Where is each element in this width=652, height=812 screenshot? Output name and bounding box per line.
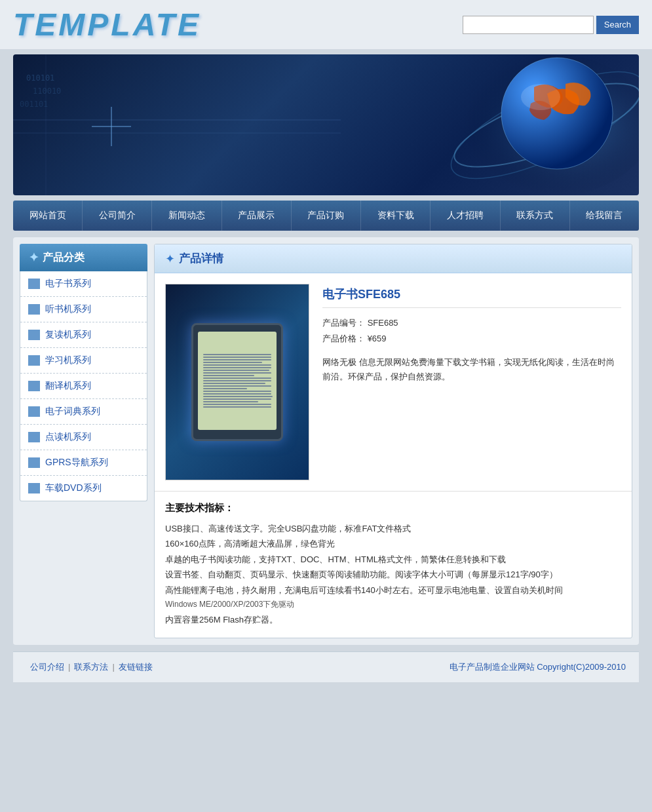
spec-line-2: 卓越的电子书阅读功能，支持TXT、DOC、HTM、HTML格式文件，简繁体任意转… [165, 552, 621, 567]
sidebar-title: ✦ 产品分类 [20, 244, 147, 271]
svg-text:010101: 010101 [26, 73, 54, 83]
footer-link-about[interactable]: 公司介绍 [26, 661, 68, 673]
sidebar-item-repeater[interactable]: 复读机系列 [20, 322, 147, 348]
product-header-icon: ✦ [165, 252, 175, 266]
search-input[interactable] [463, 16, 594, 34]
sidebar-title-icon: ✦ [29, 250, 39, 265]
sidebar-item-learner[interactable]: 学习机系列 [20, 348, 147, 374]
sidebar-item-edictionary[interactable]: 电子词典系列 [20, 399, 147, 425]
product-price-label: 产品价格： [322, 334, 365, 343]
tech-specs-content: USB接口、高速传送文字。完全USB闪盘功能，标准FAT文件格式 160×160… [165, 521, 621, 627]
spec-line-6: 内置容量256M Flash存贮器。 [165, 612, 621, 627]
spec-line-3: 设置书签、自动翻页、页码显示、快速翻页等阅读辅助功能。阅读字体大小可调（每屏显示… [165, 567, 621, 582]
product-info: 电子书SFE685 产品编号： SFE685 产品价格： ¥659 网络无极 信… [322, 284, 621, 480]
tech-specs-title: 主要技术指标： [165, 502, 621, 514]
sidebar-item-label: 点读机系列 [45, 431, 91, 443]
sidebar: ✦ 产品分类 电子书系列 听书机系列 复读机系列 学习机系列 翻译机系列 [20, 244, 147, 638]
footer-copyright: 电子产品制造企业网站 Copyright(C)2009-2010 [450, 661, 626, 673]
nav-item-products[interactable]: 产品展示 [222, 201, 292, 231]
footer-links: 公司介绍 | 联系方法 | 友链链接 [26, 661, 157, 673]
sidebar-item-label: 车载DVD系列 [45, 482, 102, 494]
nav-item-order[interactable]: 产品订购 [292, 201, 361, 231]
sidebar-item-label: 复读机系列 [45, 329, 91, 341]
search-area: Search [463, 16, 639, 34]
header: TEMPLATE Search [0, 0, 652, 49]
banner: 010101 110010 001101 [13, 54, 639, 195]
search-button[interactable]: Search [596, 16, 639, 34]
sidebar-item-label: GPRS导航系列 [45, 457, 108, 469]
product-top-section: 电子书SFE685 产品编号： SFE685 产品价格： ¥659 网络无极 信… [155, 273, 632, 492]
sidebar-list: 电子书系列 听书机系列 复读机系列 学习机系列 翻译机系列 电子词典系列 [20, 271, 147, 501]
banner-lines: 010101 110010 001101 [13, 54, 639, 195]
sidebar-item-reader[interactable]: 点读机系列 [20, 425, 147, 450]
spec-line-5: Windows ME/2000/XP/2003下免驱动 [165, 598, 621, 612]
footer-link-contact[interactable]: 联系方法 [70, 661, 112, 673]
ebook-icon [28, 279, 40, 289]
product-header: ✦ 产品详情 [155, 244, 632, 273]
product-price-value: ¥659 [368, 334, 387, 343]
cardvd-icon [28, 483, 40, 493]
sidebar-item-label: 电子词典系列 [45, 406, 100, 417]
sidebar-item-label: 听书机系列 [45, 303, 91, 315]
svg-text:001101: 001101 [20, 100, 48, 109]
reader-icon [28, 432, 40, 442]
spec-line-0: USB接口、高速传送文字。完全USB闪盘功能，标准FAT文件格式 [165, 521, 621, 536]
nav-item-message[interactable]: 给我留言 [570, 201, 639, 231]
product-description: 网络无极 信息无限网站免费海量下载文学书籍，实现无纸化阅读，生活在时尚前沿。环保… [322, 355, 621, 384]
translator-icon [28, 381, 40, 391]
spec-line-1: 160×160点阵，高清晰超大液晶屏，绿色背光 [165, 536, 621, 551]
spec-line-4: 高性能锂离子电池，持久耐用，充满电后可连续看书140小时左右。还可显示电池电量、… [165, 583, 621, 598]
main-content: ✦ 产品分类 电子书系列 听书机系列 复读机系列 学习机系列 翻译机系列 [13, 237, 639, 645]
sidebar-item-translator[interactable]: 翻译机系列 [20, 374, 147, 399]
nav-item-contact[interactable]: 联系方式 [501, 201, 570, 231]
sidebar-item-cardvd[interactable]: 车载DVD系列 [20, 476, 147, 501]
product-code-row: 产品编号： SFE685 [322, 317, 621, 329]
product-image [165, 284, 309, 480]
sidebar-item-audiobook[interactable]: 听书机系列 [20, 297, 147, 322]
nav-item-recruit[interactable]: 人才招聘 [431, 201, 500, 231]
sidebar-title-text: 产品分类 [43, 251, 85, 265]
ereader-screen [198, 332, 277, 430]
nav-item-about[interactable]: 公司简介 [83, 201, 152, 231]
product-name: 电子书SFE685 [322, 286, 621, 308]
sidebar-item-label: 电子书系列 [45, 278, 91, 290]
product-header-title: 产品详情 [179, 251, 223, 266]
svg-text:110010: 110010 [33, 87, 61, 96]
product-price-row: 产品价格： ¥659 [322, 333, 621, 345]
ereader-device [191, 323, 283, 441]
product-detail-area: ✦ 产品详情 [154, 244, 632, 638]
sidebar-item-label: 学习机系列 [45, 355, 91, 366]
footer: 公司介绍 | 联系方法 | 友链链接 电子产品制造企业网站 Copyright(… [13, 651, 639, 682]
logo: TEMPLATE [13, 7, 201, 43]
repeater-icon [28, 330, 40, 340]
tech-specs-section: 主要技术指标： USB接口、高速传送文字。完全USB闪盘功能，标准FAT文件格式… [155, 492, 632, 638]
audiobook-icon [28, 304, 40, 315]
navigation: 网站首页 公司简介 新闻动态 产品展示 产品订购 资料下载 人才招聘 联系方式 … [13, 201, 639, 231]
footer-link-friends[interactable]: 友链链接 [115, 661, 157, 673]
sidebar-item-ebook[interactable]: 电子书系列 [20, 271, 147, 297]
nav-item-home[interactable]: 网站首页 [13, 201, 83, 231]
nav-item-news[interactable]: 新闻动态 [152, 201, 221, 231]
sidebar-item-gps[interactable]: GPRS导航系列 [20, 450, 147, 476]
edictionary-icon [28, 406, 40, 417]
learner-icon [28, 355, 40, 366]
gps-icon [28, 457, 40, 468]
product-code-label: 产品编号： [322, 318, 365, 328]
nav-item-download[interactable]: 资料下载 [361, 201, 431, 231]
sidebar-item-label: 翻译机系列 [45, 380, 91, 392]
product-code-value: SFE685 [368, 318, 398, 328]
